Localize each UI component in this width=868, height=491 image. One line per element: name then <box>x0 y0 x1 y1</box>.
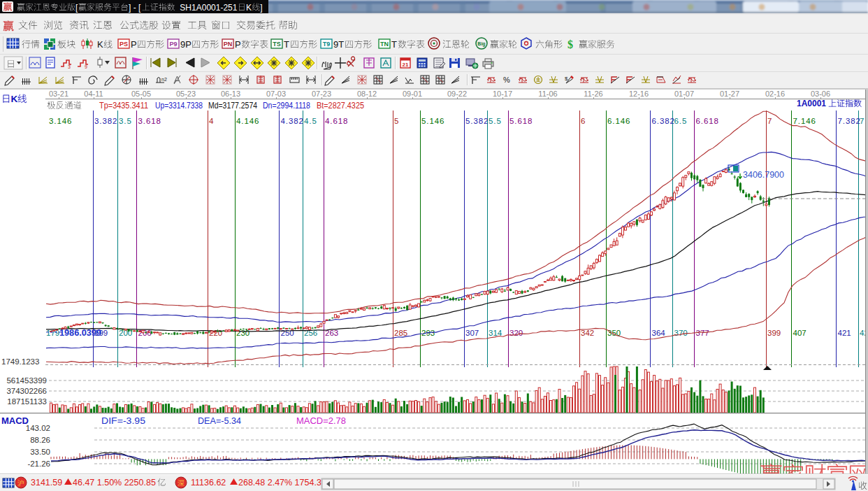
svg-text:Up=3314.7338: Up=3314.7338 <box>155 101 203 111</box>
svg-text:7.146: 7.146 <box>793 117 816 125</box>
svg-text:187151133: 187151133 <box>7 397 47 406</box>
svg-text:T: T <box>391 39 397 50</box>
svg-text:3.382: 3.382 <box>94 117 117 125</box>
svg-text:9T: 9T <box>333 39 344 50</box>
svg-text:-21.26: -21.26 <box>27 460 50 468</box>
svg-text:342: 342 <box>581 329 594 337</box>
svg-text:5.146: 5.146 <box>421 117 444 125</box>
svg-text:6.146: 6.146 <box>607 117 630 125</box>
svg-text:TN: TN <box>380 41 389 48</box>
svg-text:4.146: 4.146 <box>236 117 259 125</box>
svg-text:374302266: 374302266 <box>6 387 47 395</box>
svg-text:11136.62: 11136.62 <box>191 478 226 488</box>
svg-text:Dn=2994.1118: Dn=2994.1118 <box>263 101 310 111</box>
svg-text:Tp=3435.3411: Tp=3435.3411 <box>99 101 148 111</box>
svg-text:407: 407 <box>793 329 806 337</box>
svg-text:6.382: 6.382 <box>652 117 675 125</box>
svg-text:320: 320 <box>509 329 523 337</box>
svg-text:P9: P9 <box>169 41 177 48</box>
svg-text:01-27: 01-27 <box>720 90 739 98</box>
svg-text:6.5: 6.5 <box>674 117 688 125</box>
svg-text:399: 399 <box>767 329 781 337</box>
svg-text:285: 285 <box>394 329 407 337</box>
svg-text:307: 307 <box>465 329 479 337</box>
svg-text:K: K <box>11 94 18 104</box>
svg-text:250: 250 <box>281 329 294 337</box>
svg-text:Bt=2827.4325: Bt=2827.4325 <box>317 101 364 111</box>
svg-text:1749.1233: 1749.1233 <box>1 357 39 366</box>
svg-text:TS: TS <box>273 41 281 48</box>
svg-text:9P: 9P <box>180 39 191 50</box>
svg-text:21: 21 <box>403 62 409 68</box>
svg-text:DEA=-5.34: DEA=-5.34 <box>198 416 241 426</box>
svg-text:04-11: 04-11 <box>84 90 103 98</box>
svg-text:370: 370 <box>674 329 688 337</box>
svg-text:4.5: 4.5 <box>304 117 317 125</box>
svg-text:3.146: 3.146 <box>49 117 72 125</box>
svg-text:9: 9 <box>85 64 87 69</box>
svg-text:08-12: 08-12 <box>357 90 377 98</box>
svg-text:3: 3 <box>68 64 71 69</box>
svg-text:1A0001: 1A0001 <box>797 99 828 108</box>
svg-text:T9: T9 <box>323 41 331 48</box>
svg-text:$: $ <box>565 76 568 82</box>
svg-text:3406.7900: 3406.7900 <box>743 170 784 180</box>
svg-text:K: K <box>97 39 103 50</box>
svg-text:11-26: 11-26 <box>584 90 602 98</box>
svg-text:%: % <box>503 76 510 84</box>
svg-text:07-23: 07-23 <box>312 90 331 98</box>
svg-text:P: P <box>235 39 241 50</box>
svg-text:12-16: 12-16 <box>629 90 649 98</box>
svg-text:4: 4 <box>209 117 214 125</box>
svg-text:06-13: 06-13 <box>221 90 240 98</box>
svg-text:Md=3177.2574: Md=3177.2574 <box>208 101 257 111</box>
svg-text:05-05: 05-05 <box>131 90 151 98</box>
svg-text:PN: PN <box>224 41 233 48</box>
svg-text:03-06: 03-06 <box>811 90 830 98</box>
svg-text:4.618: 4.618 <box>325 117 348 125</box>
svg-text:02-16: 02-16 <box>765 90 785 98</box>
svg-text:1986.0399: 1986.0399 <box>59 328 101 338</box>
svg-text:Big: Big <box>477 41 485 47</box>
svg-text:$: $ <box>567 38 573 50</box>
svg-text:5.5: 5.5 <box>489 117 502 125</box>
svg-text:7: 7 <box>767 117 772 125</box>
svg-text:46.47 1.50% 2250.85: 46.47 1.50% 2250.85 <box>73 478 156 488</box>
svg-text:T: T <box>284 39 289 50</box>
svg-text:4.382: 4.382 <box>281 117 304 125</box>
svg-text:09-01: 09-01 <box>403 90 422 98</box>
svg-text:3.618: 3.618 <box>138 117 161 125</box>
svg-text:DIF=-3.95: DIF=-3.95 <box>101 416 145 426</box>
svg-text:05-23: 05-23 <box>176 90 196 98</box>
svg-text:3141.59: 3141.59 <box>31 478 62 488</box>
svg-text:5.382: 5.382 <box>465 117 489 125</box>
svg-text:MACD: MACD <box>1 415 29 426</box>
svg-text:07-03: 07-03 <box>266 90 286 98</box>
svg-text:6.618: 6.618 <box>696 117 719 125</box>
svg-text:364: 364 <box>652 329 666 337</box>
svg-text:09-22: 09-22 <box>447 90 467 98</box>
svg-text:561453399: 561453399 <box>6 376 47 385</box>
svg-text:33.50: 33.50 <box>30 448 50 456</box>
svg-text:MACD=2.78: MACD=2.78 <box>296 416 346 426</box>
svg-text:] - [: ] - [ <box>129 3 141 13</box>
svg-text:5: 5 <box>394 117 399 125</box>
svg-text:]: ] <box>260 3 262 13</box>
svg-text:P: P <box>131 39 137 50</box>
svg-text:88.26: 88.26 <box>30 436 50 444</box>
svg-text:01-07: 01-07 <box>674 90 694 98</box>
svg-text:n2: n2 <box>161 77 167 82</box>
svg-text:PS: PS <box>120 41 128 48</box>
svg-text:3.5: 3.5 <box>119 117 132 125</box>
svg-text:03-21: 03-21 <box>49 90 68 98</box>
svg-text:143.02: 143.02 <box>26 424 50 432</box>
svg-text:11-06: 11-06 <box>538 90 557 98</box>
svg-text:K: K <box>246 3 252 13</box>
svg-text:SH1A0001-251: SH1A0001-251 <box>175 3 238 13</box>
svg-text:377: 377 <box>696 329 709 337</box>
svg-text:421: 421 <box>838 329 851 337</box>
svg-text:5.618: 5.618 <box>509 117 533 125</box>
svg-text:6: 6 <box>581 117 586 125</box>
svg-text:7.382: 7.382 <box>838 117 861 125</box>
svg-text:10-17: 10-17 <box>493 90 512 98</box>
